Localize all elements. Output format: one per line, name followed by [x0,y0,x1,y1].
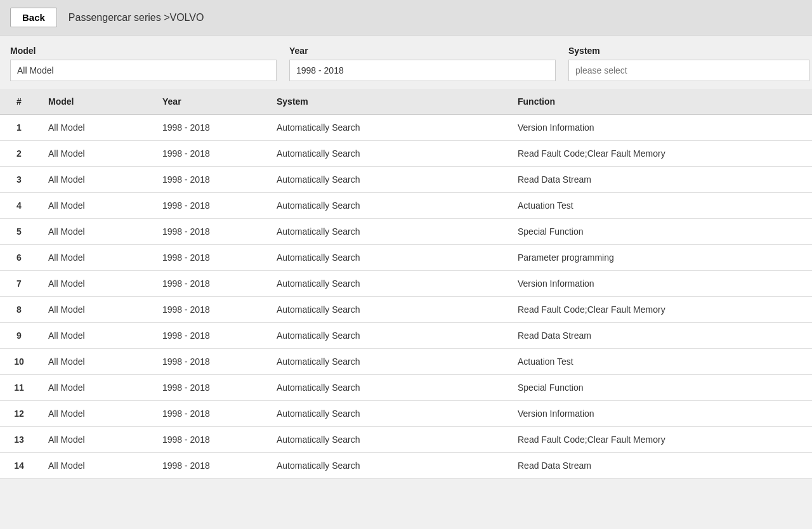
cell-year: 1998 - 2018 [152,245,266,271]
cell-model: All Model [38,141,152,167]
cell-num: 1 [0,115,38,141]
cell-num: 9 [0,323,38,349]
cell-model: All Model [38,453,152,479]
cell-system: Automatically Search [266,219,508,245]
filters-section: Model Year System [0,36,812,89]
cell-model: All Model [38,271,152,297]
cell-system: Automatically Search [266,193,508,219]
cell-year: 1998 - 2018 [152,141,266,167]
breadcrumb: Passengercar series >VOLVO [69,12,204,23]
model-label: Model [10,46,277,56]
table-row[interactable]: 13All Model1998 - 2018Automatically Sear… [0,427,812,453]
system-filter-group: System [568,46,809,81]
cell-system: Automatically Search [266,323,508,349]
model-input[interactable] [10,60,277,81]
cell-model: All Model [38,167,152,193]
cell-model: All Model [38,193,152,219]
cell-year: 1998 - 2018 [152,375,266,401]
table-row[interactable]: 9All Model1998 - 2018Automatically Searc… [0,323,812,349]
cell-year: 1998 - 2018 [152,453,266,479]
table-row[interactable]: 8All Model1998 - 2018Automatically Searc… [0,297,812,323]
cell-function: Version Information [508,401,812,427]
cell-model: All Model [38,323,152,349]
cell-num: 11 [0,375,38,401]
system-label: System [568,46,809,56]
model-filter-group: Model [10,46,277,81]
system-input[interactable] [568,60,809,81]
cell-function: Version Information [508,271,812,297]
cell-system: Automatically Search [266,167,508,193]
table-row[interactable]: 6All Model1998 - 2018Automatically Searc… [0,245,812,271]
year-input[interactable] [289,60,556,81]
cell-function: Version Information [508,115,812,141]
cell-num: 5 [0,219,38,245]
cell-system: Automatically Search [266,271,508,297]
cell-model: All Model [38,297,152,323]
cell-num: 10 [0,349,38,375]
cell-year: 1998 - 2018 [152,427,266,453]
cell-num: 13 [0,427,38,453]
table-row[interactable]: 4All Model1998 - 2018Automatically Searc… [0,193,812,219]
table-row[interactable]: 10All Model1998 - 2018Automatically Sear… [0,349,812,375]
cell-system: Automatically Search [266,297,508,323]
cell-model: All Model [38,427,152,453]
cell-system: Automatically Search [266,115,508,141]
cell-system: Automatically Search [266,349,508,375]
table-row[interactable]: 3All Model1998 - 2018Automatically Searc… [0,167,812,193]
cell-system: Automatically Search [266,427,508,453]
cell-system: Automatically Search [266,141,508,167]
cell-num: 7 [0,271,38,297]
cell-num: 6 [0,245,38,271]
cell-num: 12 [0,401,38,427]
cell-model: All Model [38,349,152,375]
cell-function: Read Fault Code;Clear Fault Memory [508,297,812,323]
cell-num: 4 [0,193,38,219]
cell-system: Automatically Search [266,375,508,401]
cell-function: Parameter programming [508,245,812,271]
col-header-system: System [266,89,508,115]
col-header-model: Model [38,89,152,115]
cell-model: All Model [38,219,152,245]
cell-function: Actuation Test [508,193,812,219]
cell-function: Actuation Test [508,349,812,375]
cell-model: All Model [38,401,152,427]
table-header-row: # Model Year System Function [0,89,812,115]
cell-function: Special Function [508,375,812,401]
data-table: # Model Year System Function 1All Model1… [0,89,812,479]
cell-function: Read Data Stream [508,167,812,193]
table-row[interactable]: 1All Model1998 - 2018Automatically Searc… [0,115,812,141]
table-row[interactable]: 2All Model1998 - 2018Automatically Searc… [0,141,812,167]
cell-model: All Model [38,375,152,401]
cell-system: Automatically Search [266,453,508,479]
cell-year: 1998 - 2018 [152,219,266,245]
table-row[interactable]: 11All Model1998 - 2018Automatically Sear… [0,375,812,401]
cell-year: 1998 - 2018 [152,349,266,375]
cell-system: Automatically Search [266,401,508,427]
cell-num: 14 [0,453,38,479]
cell-num: 3 [0,167,38,193]
cell-model: All Model [38,115,152,141]
year-label: Year [289,46,556,56]
header: Back Passengercar series >VOLVO [0,0,812,36]
cell-year: 1998 - 2018 [152,271,266,297]
table-row[interactable]: 12All Model1998 - 2018Automatically Sear… [0,401,812,427]
cell-function: Read Data Stream [508,453,812,479]
table-row[interactable]: 5All Model1998 - 2018Automatically Searc… [0,219,812,245]
col-header-num: # [0,89,38,115]
cell-num: 8 [0,297,38,323]
cell-year: 1998 - 2018 [152,115,266,141]
cell-function: Read Fault Code;Clear Fault Memory [508,427,812,453]
cell-year: 1998 - 2018 [152,401,266,427]
table-row[interactable]: 7All Model1998 - 2018Automatically Searc… [0,271,812,297]
cell-year: 1998 - 2018 [152,297,266,323]
year-filter-group: Year [289,46,556,81]
data-table-container: # Model Year System Function 1All Model1… [0,89,812,479]
cell-year: 1998 - 2018 [152,167,266,193]
cell-model: All Model [38,245,152,271]
col-header-function: Function [508,89,812,115]
col-header-year: Year [152,89,266,115]
back-button[interactable]: Back [10,8,57,27]
cell-year: 1998 - 2018 [152,323,266,349]
cell-function: Special Function [508,219,812,245]
table-row[interactable]: 14All Model1998 - 2018Automatically Sear… [0,453,812,479]
